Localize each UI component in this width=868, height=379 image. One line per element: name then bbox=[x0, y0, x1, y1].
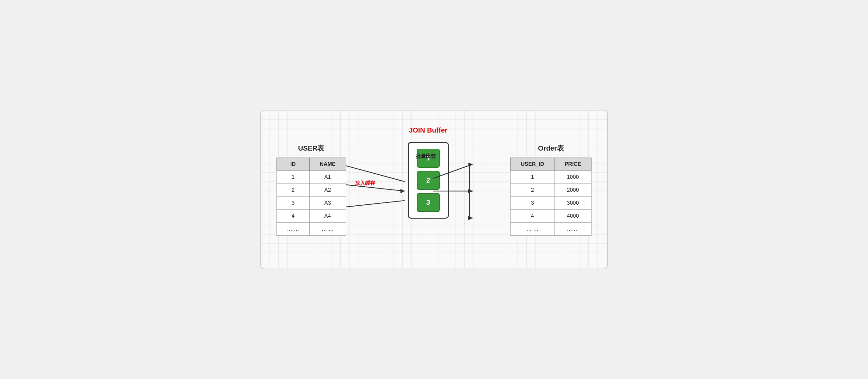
table-row: … …… … bbox=[277, 222, 346, 235]
svg-line-0 bbox=[346, 166, 405, 182]
user-table-header-name: NAME bbox=[309, 158, 346, 170]
label-into-buffer-svg: 放入缓存 bbox=[354, 180, 375, 186]
join-buffer-title: JOIN Buffer bbox=[409, 126, 447, 134]
main-layout: USER表 ID NAME 1A12A23A34A4… …… … JOIN Bu… bbox=[276, 123, 592, 256]
user-table: ID NAME 1A12A23A34A4… …… … bbox=[276, 158, 346, 236]
table-row: 44000 bbox=[510, 210, 592, 222]
table-row: 33000 bbox=[510, 196, 592, 210]
svg-marker-5 bbox=[468, 163, 473, 167]
table-row: 4A4 bbox=[277, 210, 346, 222]
left-section: USER表 ID NAME 1A12A23A34A4… …… … bbox=[276, 144, 346, 236]
svg-marker-9 bbox=[468, 189, 473, 193]
svg-marker-11 bbox=[468, 216, 473, 220]
table-row: 3A3 bbox=[277, 196, 346, 210]
buffer-item-3: 3 bbox=[417, 193, 440, 212]
table-row: … …… … bbox=[510, 222, 592, 235]
order-table-title: Order表 bbox=[538, 144, 564, 153]
svg-marker-3 bbox=[400, 189, 405, 193]
buffer-box: 1 2 3 bbox=[408, 142, 449, 219]
user-table-header-id: ID bbox=[277, 158, 310, 170]
svg-line-1 bbox=[346, 185, 405, 191]
table-row: 22000 bbox=[510, 184, 592, 196]
diagram-container: USER表 ID NAME 1A12A23A34A4… …… … JOIN Bu… bbox=[260, 110, 608, 269]
user-table-title: USER表 bbox=[298, 144, 324, 153]
table-row: 2A2 bbox=[277, 184, 346, 196]
buffer-item-2: 2 bbox=[417, 171, 440, 190]
order-table-header-userid: USER_ID bbox=[510, 158, 555, 170]
table-row: 11000 bbox=[510, 170, 592, 184]
order-table: USER_ID PRICE 11000220003300044000… …… … bbox=[510, 158, 592, 236]
right-section: Order表 USER_ID PRICE 1100022000330004400… bbox=[510, 144, 592, 236]
table-row: 1A1 bbox=[277, 170, 346, 184]
buffer-item-1: 1 bbox=[417, 149, 440, 168]
order-table-header-price: PRICE bbox=[555, 158, 592, 170]
svg-line-2 bbox=[346, 200, 405, 207]
